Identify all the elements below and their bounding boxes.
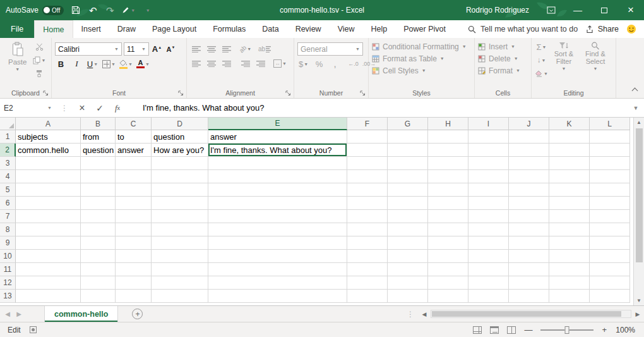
cell-H8[interactable] (428, 223, 468, 236)
column-header-F[interactable]: F (347, 118, 388, 130)
font-name-select[interactable]: Calibri ▼ (55, 42, 122, 56)
cell-D5[interactable] (152, 183, 208, 197)
tab-draw[interactable]: Draw (109, 20, 144, 38)
tabbar-splitter[interactable]: ⋮ (403, 310, 418, 319)
cell-L2[interactable] (590, 144, 630, 157)
cell-D2[interactable]: How are you? (152, 144, 208, 157)
scroll-down-button[interactable]: ▼ (634, 296, 644, 305)
cell-H6[interactable] (428, 197, 468, 210)
cell-I10[interactable] (468, 250, 509, 263)
cell-J2[interactable] (509, 144, 549, 157)
cell-H5[interactable] (428, 183, 468, 197)
row-header-12[interactable]: 12 (0, 276, 16, 290)
cell-A7[interactable] (16, 210, 81, 223)
share-button[interactable]: Share (579, 20, 625, 38)
column-header-B[interactable]: B (81, 118, 116, 130)
cell-D8[interactable] (152, 223, 208, 236)
zoom-out-button[interactable]: — (524, 325, 532, 334)
cell-K4[interactable] (549, 170, 590, 183)
conditional-formatting-button[interactable]: Conditional Formatting ▼ (372, 40, 467, 52)
italic-button[interactable]: I (71, 58, 83, 70)
cell-H2[interactable] (428, 144, 468, 157)
cell-E11[interactable] (208, 263, 347, 276)
column-header-G[interactable]: G (388, 118, 428, 130)
row-header-7[interactable]: 7 (0, 210, 16, 223)
expand-formula-bar-button[interactable]: ▼ (628, 99, 644, 117)
cell-B3[interactable] (81, 157, 116, 170)
cell-F6[interactable] (347, 197, 388, 210)
collapse-ribbon-button[interactable] (632, 88, 638, 94)
row-header-8[interactable]: 8 (0, 223, 16, 236)
row-header-6[interactable]: 6 (0, 197, 16, 210)
cell-D10[interactable] (152, 250, 208, 263)
row-header-1[interactable]: 1 (0, 130, 16, 144)
cell-B10[interactable] (81, 250, 116, 263)
cell-K12[interactable] (549, 276, 590, 290)
cell-E9[interactable] (208, 236, 347, 250)
cell-L10[interactable] (590, 250, 630, 263)
row-header-4[interactable]: 4 (0, 170, 16, 183)
cell-I8[interactable] (468, 223, 509, 236)
cell-E4[interactable] (208, 170, 347, 183)
cell-H10[interactable] (428, 250, 468, 263)
cell-H12[interactable] (428, 276, 468, 290)
align-right-button[interactable] (220, 57, 232, 70)
cell-G13[interactable] (388, 290, 428, 303)
cell-B9[interactable] (81, 236, 116, 250)
row-header-13[interactable]: 13 (0, 290, 16, 303)
tab-review[interactable]: Review (287, 20, 330, 38)
cell-J10[interactable] (509, 250, 549, 263)
cell-G4[interactable] (388, 170, 428, 183)
increase-indent-button[interactable] (254, 57, 266, 70)
cell-L3[interactable] (590, 157, 630, 170)
cell-E10[interactable] (208, 250, 347, 263)
cell-D7[interactable] (152, 210, 208, 223)
column-header-J[interactable]: J (509, 118, 549, 130)
cut-button[interactable] (33, 40, 45, 53)
decrease-indent-button[interactable] (239, 57, 251, 70)
column-header-E[interactable]: E (208, 118, 347, 130)
font-color-button[interactable]: A ▼ (136, 58, 150, 70)
cell-G8[interactable] (388, 223, 428, 236)
cell-D6[interactable] (152, 197, 208, 210)
cell-D9[interactable] (152, 236, 208, 250)
close-button[interactable]: × (617, 0, 644, 20)
name-box[interactable]: E2 ▼ (0, 99, 56, 117)
row-header-5[interactable]: 5 (0, 183, 16, 197)
cell-K11[interactable] (549, 263, 590, 276)
cell-A11[interactable] (16, 263, 81, 276)
cell-G10[interactable] (388, 250, 428, 263)
ribbon-display-options-button[interactable] (538, 0, 564, 20)
format-as-table-button[interactable]: Format as Table ▼ (372, 52, 467, 64)
cell-F1[interactable] (347, 130, 388, 144)
percent-style-button[interactable]: % (313, 58, 325, 70)
cell-I5[interactable] (468, 183, 509, 197)
sheet-nav-next-button[interactable]: ▶ (11, 306, 27, 322)
cell-E13[interactable] (208, 290, 347, 303)
cell-H9[interactable] (428, 236, 468, 250)
cell-C6[interactable] (116, 197, 152, 210)
formula-bar-grip[interactable]: ⋮ (56, 99, 73, 117)
undo-button[interactable]: ↶ (88, 4, 98, 16)
cell-B6[interactable] (81, 197, 116, 210)
row-header-11[interactable]: 11 (0, 263, 16, 276)
column-header-C[interactable]: C (116, 118, 152, 130)
cell-L4[interactable] (590, 170, 630, 183)
tab-insert[interactable]: Insert (73, 20, 109, 38)
cell-C12[interactable] (116, 276, 152, 290)
cell-F11[interactable] (347, 263, 388, 276)
cell-B7[interactable] (81, 210, 116, 223)
fill-color-button[interactable]: ▼ (119, 58, 133, 70)
cell-D11[interactable] (152, 263, 208, 276)
cell-J8[interactable] (509, 223, 549, 236)
cell-H4[interactable] (428, 170, 468, 183)
cell-J13[interactable] (509, 290, 549, 303)
scroll-up-button[interactable]: ▲ (634, 118, 644, 127)
delete-cells-button[interactable]: Delete ▼ (478, 52, 520, 64)
cell-C10[interactable] (116, 250, 152, 263)
bold-button[interactable]: B (55, 58, 67, 70)
cell-B11[interactable] (81, 263, 116, 276)
cell-J11[interactable] (509, 263, 549, 276)
cell-F7[interactable] (347, 210, 388, 223)
cell-J9[interactable] (509, 236, 549, 250)
